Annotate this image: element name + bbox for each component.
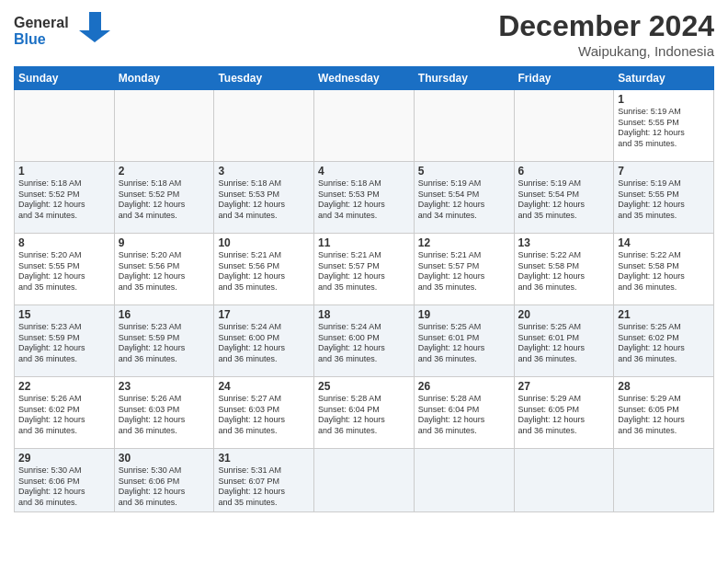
day-number: 4 [318, 165, 410, 178]
day-info: Sunrise: 5:26 AMSunset: 6:03 PMDaylight:… [119, 394, 210, 437]
header-row: SundayMondayTuesdayWednesdayThursdayFrid… [15, 67, 714, 90]
logo: General Blue [14, 9, 115, 54]
day-info: Sunrise: 5:18 AMSunset: 5:53 PMDaylight:… [318, 178, 410, 222]
day-info: Sunrise: 5:21 AMSunset: 5:56 PMDaylight:… [218, 250, 310, 293]
day-info: Sunrise: 5:21 AMSunset: 5:57 PMDaylight:… [318, 250, 410, 293]
day-number: 30 [119, 452, 210, 465]
calendar-cell: 17Sunrise: 5:24 AMSunset: 6:00 PMDayligh… [214, 305, 314, 377]
calendar-cell: 9Sunrise: 5:20 AMSunset: 5:56 PMDaylight… [114, 234, 214, 305]
day-info: Sunrise: 5:22 AMSunset: 5:58 PMDaylight:… [518, 250, 610, 293]
calendar-cell: 27Sunrise: 5:29 AMSunset: 6:05 PMDayligh… [514, 377, 614, 449]
calendar-cell [514, 90, 614, 162]
calendar-cell: 10Sunrise: 5:21 AMSunset: 5:56 PMDayligh… [214, 234, 314, 305]
day-info: Sunrise: 5:25 AMSunset: 6:01 PMDaylight:… [418, 322, 510, 365]
calendar-cell: 3Sunrise: 5:18 AMSunset: 5:53 PMDaylight… [214, 162, 314, 234]
day-number: 13 [518, 236, 610, 249]
calendar-cell: 1Sunrise: 5:18 AMSunset: 5:52 PMDaylight… [15, 162, 115, 234]
day-header-thursday: Thursday [414, 67, 514, 90]
calendar-cell [314, 90, 415, 162]
day-header-saturday: Saturday [614, 67, 714, 90]
day-info: Sunrise: 5:25 AMSunset: 6:01 PMDaylight:… [518, 322, 610, 365]
calendar-cell: 28Sunrise: 5:29 AMSunset: 6:05 PMDayligh… [614, 377, 714, 449]
day-info: Sunrise: 5:29 AMSunset: 6:05 PMDaylight:… [518, 394, 610, 437]
calendar-cell: 6Sunrise: 5:19 AMSunset: 5:54 PMDaylight… [514, 162, 614, 234]
day-number: 16 [119, 308, 210, 321]
day-number: 23 [119, 380, 210, 393]
day-number: 5 [418, 165, 510, 178]
day-number: 31 [218, 452, 310, 465]
day-number: 7 [618, 165, 710, 178]
day-info: Sunrise: 5:18 AMSunset: 5:53 PMDaylight:… [218, 178, 310, 222]
calendar-cell: 13Sunrise: 5:22 AMSunset: 5:58 PMDayligh… [514, 234, 614, 305]
day-info: Sunrise: 5:29 AMSunset: 6:05 PMDaylight:… [618, 394, 710, 437]
day-number: 15 [18, 308, 110, 321]
calendar-cell [414, 90, 514, 162]
calendar-cell: 2Sunrise: 5:18 AMSunset: 5:52 PMDaylight… [114, 162, 214, 234]
day-number: 19 [418, 308, 510, 321]
day-number: 14 [618, 236, 710, 249]
calendar-cell: 19Sunrise: 5:25 AMSunset: 6:01 PMDayligh… [414, 305, 514, 377]
header: General Blue December 2024 Waipukang, In… [14, 9, 714, 59]
calendar-cell: 22Sunrise: 5:26 AMSunset: 6:02 PMDayligh… [15, 377, 115, 449]
day-info: Sunrise: 5:19 AMSunset: 5:54 PMDaylight:… [518, 178, 610, 222]
title-block: December 2024 Waipukang, Indonesia [498, 9, 714, 59]
day-number: 20 [518, 308, 610, 321]
calendar-cell [214, 90, 314, 162]
calendar-cell: 30Sunrise: 5:30 AMSunset: 6:06 PMDayligh… [114, 449, 214, 512]
location: Waipukang, Indonesia [498, 43, 714, 59]
calendar-cell [314, 449, 415, 512]
month-title: December 2024 [498, 9, 714, 43]
calendar-cell: 7Sunrise: 5:19 AMSunset: 5:55 PMDaylight… [614, 162, 714, 234]
day-info: Sunrise: 5:30 AMSunset: 6:06 PMDaylight:… [18, 465, 110, 509]
day-number: 18 [318, 308, 410, 321]
day-header-sunday: Sunday [15, 67, 115, 90]
day-info: Sunrise: 5:19 AMSunset: 5:54 PMDaylight:… [418, 178, 510, 222]
calendar-cell: 1Sunrise: 5:19 AMSunset: 5:55 PMDaylight… [614, 90, 714, 162]
day-info: Sunrise: 5:20 AMSunset: 5:56 PMDaylight:… [119, 250, 210, 293]
day-info: Sunrise: 5:25 AMSunset: 6:02 PMDaylight:… [618, 322, 710, 365]
calendar-cell: 5Sunrise: 5:19 AMSunset: 5:54 PMDaylight… [414, 162, 514, 234]
day-info: Sunrise: 5:28 AMSunset: 6:04 PMDaylight:… [418, 394, 510, 437]
day-number: 28 [618, 380, 710, 393]
svg-text:General: General [14, 15, 69, 30]
logo-svg: General Blue [14, 9, 115, 51]
calendar-cell: 8Sunrise: 5:20 AMSunset: 5:55 PMDaylight… [15, 234, 115, 305]
day-number: 8 [18, 236, 110, 249]
day-number: 27 [518, 380, 610, 393]
day-number: 2 [119, 165, 210, 178]
calendar-cell [514, 449, 614, 512]
calendar-cell [114, 90, 214, 162]
calendar-cell: 4Sunrise: 5:18 AMSunset: 5:53 PMDaylight… [314, 162, 415, 234]
day-info: Sunrise: 5:20 AMSunset: 5:55 PMDaylight:… [18, 250, 110, 293]
day-info: Sunrise: 5:19 AMSunset: 5:55 PMDaylight:… [618, 107, 710, 150]
day-number: 3 [218, 165, 310, 178]
calendar-cell: 24Sunrise: 5:27 AMSunset: 6:03 PMDayligh… [214, 377, 314, 449]
calendar-table: SundayMondayTuesdayWednesdayThursdayFrid… [14, 66, 714, 512]
day-info: Sunrise: 5:21 AMSunset: 5:57 PMDaylight:… [418, 250, 510, 293]
day-header-tuesday: Tuesday [214, 67, 314, 90]
day-info: Sunrise: 5:31 AMSunset: 6:07 PMDaylight:… [218, 465, 310, 509]
calendar-cell: 21Sunrise: 5:25 AMSunset: 6:02 PMDayligh… [614, 305, 714, 377]
day-number: 29 [18, 452, 110, 465]
calendar-cell: 26Sunrise: 5:28 AMSunset: 6:04 PMDayligh… [414, 377, 514, 449]
calendar-cell: 18Sunrise: 5:24 AMSunset: 6:00 PMDayligh… [314, 305, 415, 377]
day-number: 22 [18, 380, 110, 393]
day-info: Sunrise: 5:19 AMSunset: 5:55 PMDaylight:… [618, 178, 710, 222]
svg-marker-2 [79, 12, 110, 42]
day-number: 6 [518, 165, 610, 178]
day-number: 17 [218, 308, 310, 321]
calendar-cell [15, 90, 115, 162]
day-number: 10 [218, 236, 310, 249]
calendar-cell: 31Sunrise: 5:31 AMSunset: 6:07 PMDayligh… [214, 449, 314, 512]
day-header-friday: Friday [514, 67, 614, 90]
day-header-wednesday: Wednesday [314, 67, 415, 90]
calendar-cell: 14Sunrise: 5:22 AMSunset: 5:58 PMDayligh… [614, 234, 714, 305]
day-info: Sunrise: 5:22 AMSunset: 5:58 PMDaylight:… [618, 250, 710, 293]
calendar-cell: 20Sunrise: 5:25 AMSunset: 6:01 PMDayligh… [514, 305, 614, 377]
day-number: 26 [418, 380, 510, 393]
day-info: Sunrise: 5:23 AMSunset: 5:59 PMDaylight:… [119, 322, 210, 365]
day-info: Sunrise: 5:30 AMSunset: 6:06 PMDaylight:… [119, 465, 210, 509]
calendar-cell: 16Sunrise: 5:23 AMSunset: 5:59 PMDayligh… [114, 305, 214, 377]
calendar-cell [414, 449, 514, 512]
day-info: Sunrise: 5:24 AMSunset: 6:00 PMDaylight:… [218, 322, 310, 365]
